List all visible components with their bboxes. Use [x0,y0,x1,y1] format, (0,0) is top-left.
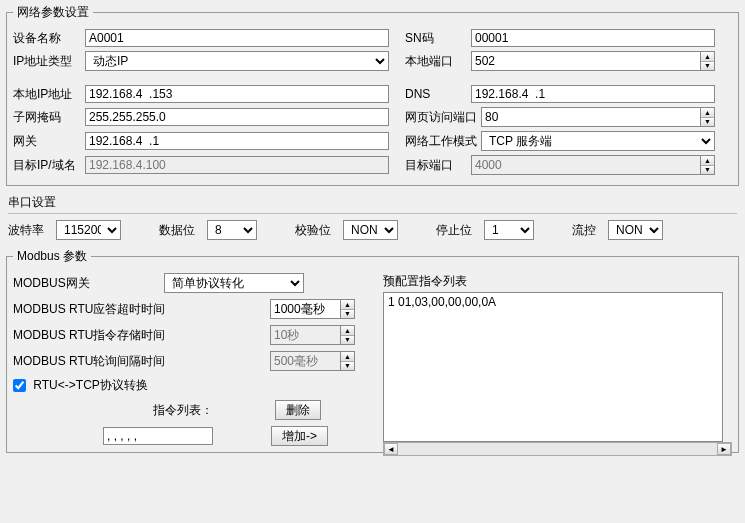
local-port-input[interactable] [471,51,700,71]
modbus-legend: Modbus 参数 [13,248,91,265]
network-group: 网络参数设置 设备名称 SN码 IP地址类型 动态IP 本地端口 ▲▼ 本地IP… [6,4,739,186]
target-ip-input [85,156,389,174]
web-port-spinner[interactable]: ▲▼ [700,107,715,127]
scroll-left-icon[interactable]: ◄ [384,443,398,455]
network-legend: 网络参数设置 [13,4,93,21]
data-bits-select[interactable]: 8 [207,220,257,240]
preset-list[interactable]: 1 01,03,00,00,00,0A [383,292,723,442]
stop-bits-label: 停止位 [436,222,472,239]
dns-input[interactable] [471,85,715,103]
modbus-group: Modbus 参数 MODBUS网关 简单协议转化 MODBUS RTU应答超时… [6,248,739,453]
local-ip-input[interactable] [85,85,389,103]
net-mode-select[interactable]: TCP 服务端 [481,131,715,151]
h-scrollbar[interactable]: ◄ ► [383,442,732,456]
rtu-tcp-text: RTU<->TCP协议转换 [33,378,147,392]
web-port-input[interactable] [481,107,700,127]
modbus-gateway-select[interactable]: 简单协议转化 [164,273,304,293]
preset-list-label: 预配置指令列表 [383,273,732,290]
serial-row: 波特率 115200 数据位 8 校验位 NONE 停止位 1 流控 NONE [8,220,737,240]
resp-timeout-label: MODBUS RTU应答超时时间 [13,301,158,318]
net-mode-label: 网络工作模式 [405,133,477,150]
gateway-label: 网关 [13,133,81,150]
sn-input[interactable] [471,29,715,47]
resp-timeout-input[interactable] [270,299,340,319]
dns-label: DNS [405,87,467,101]
list-item[interactable]: 1 01,03,00,00,00,0A [388,295,718,309]
scroll-right-icon[interactable]: ► [717,443,731,455]
poll-interval-spinner[interactable]: ▲▼ [340,351,355,371]
device-name-label: 设备名称 [13,30,81,47]
target-port-spinner[interactable]: ▲▼ [700,155,715,175]
flow-label: 流控 [572,222,596,239]
device-name-input[interactable] [85,29,389,47]
serial-divider [8,213,737,214]
data-bits-label: 数据位 [159,222,195,239]
baud-select[interactable]: 115200 [56,220,121,240]
ip-type-select[interactable]: 动态IP [85,51,389,71]
rtu-tcp-checkbox[interactable] [13,379,26,392]
gateway-input[interactable] [85,132,389,150]
local-port-spinner[interactable]: ▲▼ [700,51,715,71]
resp-timeout-spinner[interactable]: ▲▼ [340,299,355,319]
serial-title: 串口设置 [8,194,737,211]
target-port-label: 目标端口 [405,157,467,174]
poll-interval-input [270,351,340,371]
cmd-list-label: 指令列表： [153,402,213,419]
target-port-input [471,155,700,175]
cmd-input[interactable] [103,427,213,445]
delete-button[interactable]: 删除 [275,400,321,420]
sn-label: SN码 [405,30,467,47]
poll-interval-label: MODBUS RTU轮询间隔时间 [13,353,158,370]
subnet-input[interactable] [85,108,389,126]
target-ip-label: 目标IP/域名 [13,157,81,174]
local-ip-label: 本地IP地址 [13,86,81,103]
baud-label: 波特率 [8,222,44,239]
add-button[interactable]: 增加-> [271,426,328,446]
flow-select[interactable]: NONE [608,220,663,240]
rtu-tcp-checkbox-label[interactable]: RTU<->TCP协议转换 [13,377,148,394]
web-port-label: 网页访问端口 [405,109,477,126]
store-time-input [270,325,340,345]
modbus-gateway-label: MODBUS网关 [13,275,158,292]
store-time-spinner[interactable]: ▲▼ [340,325,355,345]
parity-label: 校验位 [295,222,331,239]
ip-type-label: IP地址类型 [13,53,81,70]
parity-select[interactable]: NONE [343,220,398,240]
subnet-label: 子网掩码 [13,109,81,126]
stop-bits-select[interactable]: 1 [484,220,534,240]
local-port-label: 本地端口 [405,53,467,70]
store-time-label: MODBUS RTU指令存储时间 [13,327,158,344]
